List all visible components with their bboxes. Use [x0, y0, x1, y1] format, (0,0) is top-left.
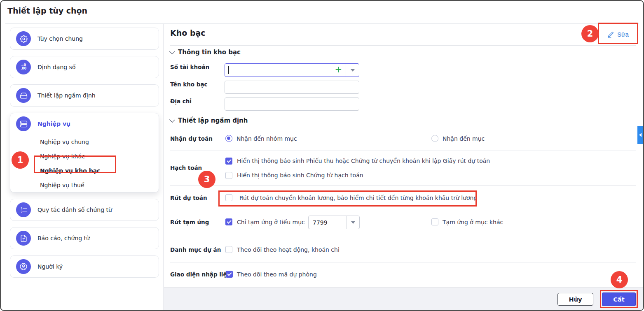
- sidebar-item-numbering-rules[interactable]: 12 Quy tắc đánh số chứng từ: [10, 199, 159, 221]
- project-list-label: Danh mục dự án: [170, 246, 221, 253]
- sidebar-item-operations-header[interactable]: Nghiệp vụ: [10, 113, 159, 135]
- text-caret: [228, 66, 229, 74]
- checkbox-advance-other-item[interactable]: [431, 218, 438, 225]
- account-number-label: Số tài khoản: [170, 64, 209, 70]
- main-panel: Kho bạc Sửa Thông tin kho bạc Số tài kho…: [164, 24, 643, 310]
- divider: [170, 210, 636, 210]
- treasury-name-label: Tên kho bạc: [170, 81, 208, 88]
- document-icon: [16, 231, 31, 246]
- number-format-icon: →0 .00: [16, 60, 31, 74]
- section-treasury-info[interactable]: Thông tin kho bạc: [170, 49, 241, 56]
- section-default-setup[interactable]: Thiết lập ngầm định: [170, 117, 248, 124]
- chevron-down-icon: [169, 117, 175, 123]
- radio-receive-to-group[interactable]: [225, 135, 232, 142]
- hard-drive-icon: [16, 88, 31, 103]
- gear-icon: [16, 31, 31, 46]
- divider: [170, 236, 636, 236]
- sidebar-item-label: Báo cáo, chứng từ: [37, 235, 90, 241]
- input-ui-label: Giao diện nhập liệu: [170, 271, 231, 278]
- sidebar-item-reports[interactable]: Báo cáo, chứng từ: [10, 227, 159, 249]
- radio-label: Nhận đến nhóm mục: [237, 135, 297, 142]
- address-label: Địa chỉ: [170, 98, 192, 104]
- sidebar: Tùy chọn chung →0 .00 Định dạng số Thiết: [10, 28, 159, 284]
- collapse-panel-tab[interactable]: [637, 126, 643, 144]
- page-title: Thiết lập tùy chọn: [7, 6, 87, 15]
- sidebar-item-label: Định dạng số: [37, 64, 75, 70]
- checkbox-track-activity-expense[interactable]: [225, 246, 232, 253]
- chevron-down-icon: [351, 221, 355, 224]
- withdraw-budget-label: Rút dự toán: [170, 195, 207, 201]
- sidebar-item-label: Tùy chọn chung: [37, 35, 83, 42]
- advance-label: Rút tạm ứng: [170, 219, 209, 225]
- account-dropdown-toggle[interactable]: [346, 64, 359, 77]
- sidebar-item-default-setup[interactable]: Thiết lập ngầm định: [10, 84, 159, 107]
- sidebar-item-operations: Nghiệp vụ Nghiệp vụ chung Nghiệp vụ khác…: [10, 113, 159, 193]
- add-icon[interactable]: +: [335, 65, 346, 75]
- divider: [170, 45, 636, 46]
- checkbox-show-voucher-notice[interactable]: [225, 172, 232, 179]
- checkbox-label: Chỉ tạm ứng ở tiểu mục: [237, 219, 305, 225]
- checkbox-label: Theo dõi theo hoạt động, khoản chi: [237, 246, 340, 253]
- dropdown-value: 7799: [309, 219, 346, 226]
- radio-label: Nhận đến mục: [443, 135, 485, 142]
- checkbox-advance-sub-item-only[interactable]: [225, 218, 232, 225]
- sidebar-item-general-options[interactable]: Tùy chọn chung: [10, 28, 159, 50]
- sidebar-subitems: Nghiệp vụ chung Nghiệp vụ khác Nghiệp vụ…: [10, 135, 159, 192]
- chevron-left-icon: [639, 133, 642, 137]
- sidebar-subitem-operations-treasury[interactable]: Nghiệp vụ kho bạc: [40, 163, 159, 178]
- checkbox-label: Hiển thị thông báo sinh Chứng từ hạch to…: [237, 172, 363, 179]
- divider: [170, 185, 636, 186]
- numbered-list-icon: 12: [16, 202, 31, 217]
- sidebar-item-signer[interactable]: Người ký: [10, 255, 159, 278]
- advance-item-dropdown[interactable]: 7799: [308, 216, 360, 229]
- pencil-icon: [607, 31, 614, 38]
- account-number-combo[interactable]: +: [225, 63, 359, 77]
- checkbox-show-receipt-notice[interactable]: [225, 158, 232, 165]
- settings-dialog: Thiết lập tùy chọn Tùy chọn chung →0 .00…: [0, 0, 644, 311]
- sidebar-subitem-operations-tax[interactable]: Nghiệp vụ thuế: [40, 178, 159, 192]
- checkbox-label: Hiển thị thông báo sinh Phiếu thu hoặc C…: [237, 158, 490, 164]
- sidebar-item-label: Thiết lập ngầm định: [37, 92, 96, 99]
- radio-receive-to-item[interactable]: [431, 135, 438, 142]
- chevron-down-icon: [169, 49, 175, 54]
- sidebar-item-number-format[interactable]: →0 .00 Định dạng số: [10, 56, 159, 78]
- svg-text:1: 1: [20, 206, 22, 210]
- sidebar-item-label: Quy tắc đánh số chứng từ: [37, 207, 112, 213]
- signer-icon: [16, 259, 31, 274]
- checkbox-label: Rút dự toán chuyển khoản lương, bảo hiểm…: [239, 195, 477, 201]
- sidebar-subitem-operations-other[interactable]: Nghiệp vụ khác: [40, 149, 159, 163]
- accounting-label: Hạch toán: [170, 165, 202, 171]
- edit-button[interactable]: Sửa: [601, 26, 635, 43]
- divider: [170, 262, 636, 262]
- sidebar-item-label: Người ký: [37, 263, 63, 270]
- footer-bar: Hủy Cất: [164, 287, 643, 310]
- server-stack-icon: [16, 116, 31, 131]
- receive-budget-label: Nhận dự toán: [170, 135, 213, 142]
- chevron-down-icon: [351, 69, 355, 72]
- sidebar-subitem-operations-general[interactable]: Nghiệp vụ chung: [40, 135, 159, 149]
- divider: [170, 151, 636, 151]
- cancel-button[interactable]: Hủy: [557, 293, 593, 306]
- dropdown-toggle[interactable]: [346, 216, 359, 229]
- checkbox-label: Theo dõi theo mã dự phòng: [237, 271, 317, 278]
- panel-title: Kho bạc: [170, 28, 206, 37]
- treasury-name-input[interactable]: [225, 81, 359, 94]
- checkbox-label: Tạm ứng ở mục khác: [443, 219, 503, 225]
- checkbox-track-reserve-code[interactable]: [226, 271, 233, 278]
- checkbox-withdraw-salary-detail[interactable]: [225, 194, 232, 201]
- svg-text:2: 2: [20, 210, 22, 214]
- save-button[interactable]: Cất: [602, 292, 636, 306]
- address-input[interactable]: [225, 97, 359, 111]
- sidebar-item-label: Nghiệp vụ: [37, 121, 70, 127]
